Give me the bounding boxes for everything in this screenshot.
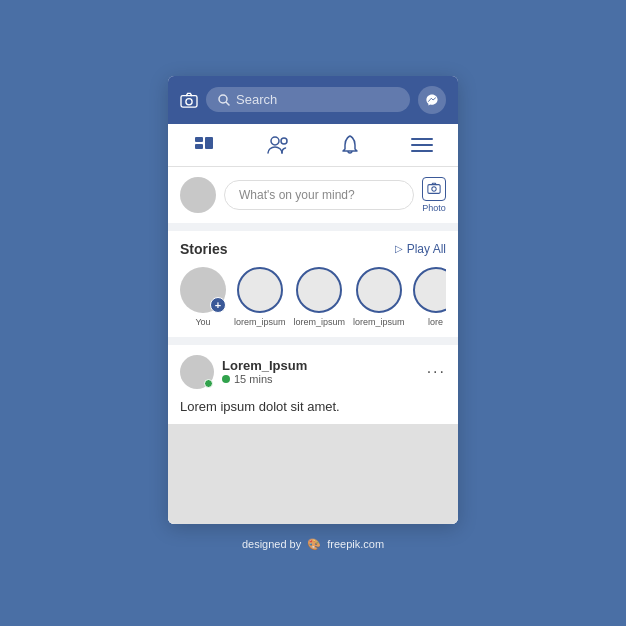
story-item-1[interactable]: lorem_ipsum	[234, 267, 286, 327]
story-item-you[interactable]: + You	[180, 267, 226, 327]
search-bar[interactable]: Search	[206, 87, 410, 112]
camera-icon[interactable]	[180, 91, 198, 109]
story-name-4: lore	[428, 317, 443, 327]
photo-button[interactable]: Photo	[422, 177, 446, 213]
play-icon: ▷	[395, 243, 403, 254]
svg-point-2	[219, 95, 227, 103]
composer-input[interactable]: What's on your mind?	[224, 180, 414, 210]
svg-rect-12	[428, 184, 440, 193]
story-avatar-wrap-you: +	[180, 267, 226, 313]
story-avatar-wrap-4	[413, 267, 446, 313]
phone-container: Search	[168, 76, 458, 524]
nav-bar	[168, 124, 458, 167]
play-all-button[interactable]: ▷ Play All	[395, 242, 446, 256]
stories-list: + You lorem_ipsum lorem_ipsum	[180, 267, 446, 337]
story-add-button[interactable]: +	[210, 297, 226, 313]
search-text: Search	[236, 92, 277, 107]
svg-rect-5	[195, 144, 203, 149]
story-avatar-wrap-2	[296, 267, 342, 313]
watermark: designed by 🎨 freepik.com	[242, 538, 384, 551]
photo-icon	[422, 177, 446, 201]
story-avatar-wrap-1	[237, 267, 283, 313]
svg-point-8	[281, 138, 287, 144]
play-all-label: Play All	[407, 242, 446, 256]
story-item-4[interactable]: lore	[413, 267, 446, 327]
time-dot	[222, 375, 230, 383]
watermark-site: freepik.com	[327, 538, 384, 550]
story-item-3[interactable]: lorem_ipsum	[353, 267, 405, 327]
svg-line-3	[227, 103, 230, 106]
top-bar: Search	[168, 76, 458, 124]
post-composer: What's on your mind? Photo	[168, 167, 458, 231]
nav-friends[interactable]	[266, 135, 290, 155]
post-menu-button[interactable]: ···	[427, 363, 446, 381]
post-text: Lorem ipsum dolot sit amet.	[168, 395, 458, 424]
story-avatar-4	[413, 267, 446, 313]
story-avatar-3	[356, 267, 402, 313]
post-image	[168, 424, 458, 524]
story-name-you: You	[195, 317, 210, 327]
post-header: Lorem_Ipsum 15 mins ···	[168, 345, 458, 395]
nav-notifications[interactable]	[340, 134, 360, 156]
post: Lorem_Ipsum 15 mins ··· Lorem ipsum dolo…	[168, 345, 458, 524]
time-text: 15 mins	[234, 373, 273, 385]
watermark-text: designed by	[242, 538, 301, 550]
post-avatar	[180, 355, 214, 389]
story-avatar-2	[296, 267, 342, 313]
story-avatar-wrap-3	[356, 267, 402, 313]
nav-menu[interactable]	[411, 137, 433, 153]
stories-header: Stories ▷ Play All	[180, 241, 446, 257]
svg-rect-4	[195, 137, 203, 142]
svg-point-1	[186, 99, 192, 105]
stories-section: Stories ▷ Play All + You lorem_ipsum	[168, 231, 458, 345]
post-meta: Lorem_Ipsum 15 mins	[222, 358, 427, 385]
svg-point-7	[271, 137, 279, 145]
story-item-2[interactable]: lorem_ipsum	[294, 267, 346, 327]
story-name-3: lorem_ipsum	[353, 317, 405, 327]
online-indicator	[204, 379, 213, 388]
nav-home[interactable]	[193, 135, 215, 155]
stories-title: Stories	[180, 241, 227, 257]
post-time: 15 mins	[222, 373, 427, 385]
watermark-logo: 🎨	[307, 538, 321, 551]
post-author: Lorem_Ipsum	[222, 358, 427, 373]
svg-rect-6	[205, 137, 213, 149]
search-icon	[218, 93, 230, 107]
photo-label: Photo	[422, 203, 446, 213]
composer-avatar	[180, 177, 216, 213]
story-name-1: lorem_ipsum	[234, 317, 286, 327]
story-name-2: lorem_ipsum	[294, 317, 346, 327]
messenger-button[interactable]	[418, 86, 446, 114]
svg-point-13	[432, 186, 436, 190]
story-avatar-1	[237, 267, 283, 313]
